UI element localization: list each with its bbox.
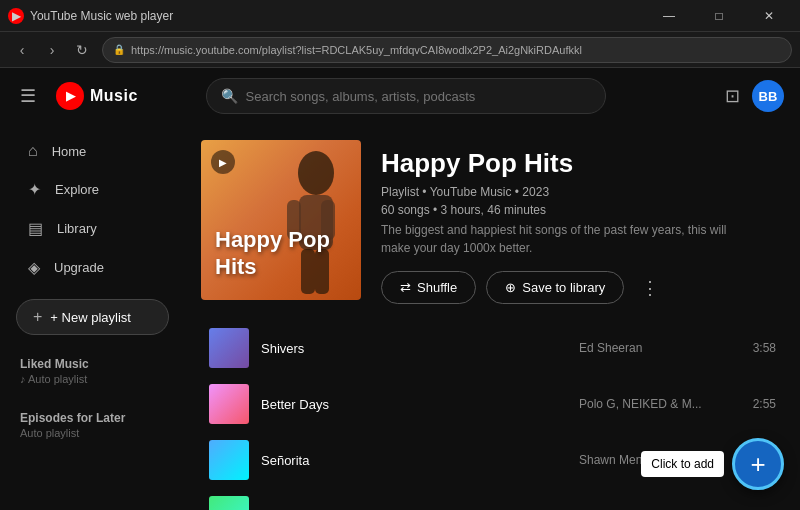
svg-point-0 — [298, 151, 334, 195]
search-icon: 🔍 — [221, 88, 238, 104]
top-bar: ☰ ▶ Music 🔍 ⊡ BB — [0, 68, 800, 124]
refresh-button[interactable]: ↻ — [68, 36, 96, 64]
episodes-sub: Auto playlist — [0, 427, 185, 447]
episodes-title: Episodes for Later — [0, 401, 185, 427]
window-controls[interactable]: — □ ✕ — [646, 0, 792, 32]
title-bar-left: ▶ YouTube Music web player — [8, 8, 173, 24]
playlist-info: Happy Pop Hits Playlist • YouTube Music … — [381, 140, 784, 304]
minimize-button[interactable]: — — [646, 0, 692, 32]
song-title: Señorita — [261, 453, 567, 468]
liked-music-title: Liked Music — [0, 347, 185, 373]
new-playlist-button[interactable]: + + New playlist — [16, 299, 169, 335]
cast-icon[interactable]: ⊡ — [725, 85, 740, 107]
title-bar: ▶ YouTube Music web player — □ ✕ — [0, 0, 800, 32]
youtube-music-logo-icon: ▶ — [56, 82, 84, 110]
sidebar-item-library-label: Library — [57, 221, 97, 236]
shuffle-icon: ⇄ — [400, 280, 411, 295]
playlist-meta: Playlist • YouTube Music • 2023 — [381, 185, 784, 199]
sidebar-item-explore[interactable]: ✦ Explore — [8, 170, 177, 209]
shuffle-label: Shuffle — [417, 280, 457, 295]
sidebar-item-home[interactable]: ⌂ Home — [8, 132, 177, 170]
sidebar-item-upgrade[interactable]: ◈ Upgrade — [8, 248, 177, 287]
sidebar-item-upgrade-label: Upgrade — [54, 260, 104, 275]
song-artist: Polo G, NEIKED & M... — [579, 397, 729, 411]
playlist-header: ▶ Happy Pop Hits Happy Pop Hits Playlist… — [201, 140, 784, 304]
lock-icon: 🔒 — [113, 44, 125, 55]
song-info: Better Days — [261, 397, 567, 412]
more-options-button[interactable]: ⋮ — [634, 272, 666, 304]
new-playlist-label: + New playlist — [50, 310, 131, 325]
plus-icon: + — [33, 308, 42, 326]
floating-add-area: Click to add + — [641, 438, 784, 490]
song-info: Señorita — [261, 453, 567, 468]
home-icon: ⌂ — [28, 142, 38, 160]
url-bar[interactable]: 🔒 https://music.youtube.com/playlist?lis… — [102, 37, 792, 63]
url-text: https://music.youtube.com/playlist?list=… — [131, 44, 582, 56]
playlist-actions: ⇄ Shuffle ⊕ Save to library ⋮ — [381, 271, 784, 304]
close-button[interactable]: ✕ — [746, 0, 792, 32]
song-duration: 3:58 — [741, 341, 776, 355]
sidebar: ⌂ Home ✦ Explore ▤ Library ◈ Upgrade + +… — [0, 124, 185, 510]
hamburger-icon[interactable]: ☰ — [16, 81, 40, 111]
song-row[interactable]: Shivers Ed Sheeran 3:58 — [201, 320, 784, 376]
song-thumbnail — [209, 384, 249, 424]
nav-buttons[interactable]: ‹ › ↻ — [8, 36, 96, 64]
top-bar-right: ⊡ BB — [725, 80, 784, 112]
explore-icon: ✦ — [28, 180, 41, 199]
add-to-queue-button[interactable]: + — [732, 438, 784, 490]
maximize-button[interactable]: □ — [696, 0, 742, 32]
cover-play-button[interactable]: ▶ — [211, 150, 235, 174]
song-title: Better Days — [261, 397, 567, 412]
playlist-cover: ▶ Happy Pop Hits — [201, 140, 361, 300]
song-info: Shivers — [261, 341, 567, 356]
logo-text: Music — [90, 87, 138, 105]
song-thumbnail — [209, 496, 249, 510]
sidebar-item-home-label: Home — [52, 144, 87, 159]
song-artist: Ed Sheeran — [579, 341, 729, 355]
sidebar-item-explore-label: Explore — [55, 182, 99, 197]
save-icon: ⊕ — [505, 280, 516, 295]
logo-area: ▶ Music — [56, 82, 138, 110]
avatar[interactable]: BB — [752, 80, 784, 112]
upgrade-icon: ◈ — [28, 258, 40, 277]
song-title: Shivers — [261, 341, 567, 356]
address-bar: ‹ › ↻ 🔒 https://music.youtube.com/playli… — [0, 32, 800, 68]
song-duration: 2:55 — [741, 397, 776, 411]
save-to-library-button[interactable]: ⊕ Save to library — [486, 271, 624, 304]
save-label: Save to library — [522, 280, 605, 295]
window-title: YouTube Music web player — [30, 9, 173, 23]
song-row[interactable]: Better Days Polo G, NEIKED & M... 2:55 — [201, 376, 784, 432]
playlist-stats: 60 songs • 3 hours, 46 minutes — [381, 203, 784, 217]
forward-button[interactable]: › — [38, 36, 66, 64]
playlist-description: The biggest and happiest hit songs of th… — [381, 221, 741, 257]
sidebar-item-library[interactable]: ▤ Library — [8, 209, 177, 248]
playlist-title: Happy Pop Hits — [381, 148, 784, 179]
app-icon: ▶ — [8, 8, 24, 24]
shuffle-button[interactable]: ⇄ Shuffle — [381, 271, 476, 304]
click-to-add-tooltip: Click to add — [641, 451, 724, 477]
song-row[interactable]: Green Green Grass George Ezra 2:51 — [201, 488, 784, 510]
library-icon: ▤ — [28, 219, 43, 238]
back-button[interactable]: ‹ — [8, 36, 36, 64]
search-input[interactable] — [246, 89, 591, 104]
song-thumbnail — [209, 440, 249, 480]
search-bar[interactable]: 🔍 — [206, 78, 606, 114]
liked-music-sub: ♪ Auto playlist — [0, 373, 185, 393]
cover-text: Happy Pop Hits — [215, 227, 330, 280]
song-thumbnail — [209, 328, 249, 368]
